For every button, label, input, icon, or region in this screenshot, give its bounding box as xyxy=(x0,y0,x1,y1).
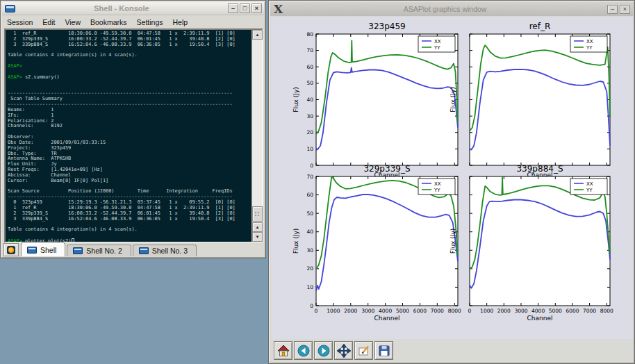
konsole-tabbar: ShellShell No. 2Shell No. 3 xyxy=(2,242,264,256)
x11-icon: X xyxy=(274,3,283,15)
terminal-line xyxy=(8,58,251,64)
terminal-tab-icon xyxy=(73,247,83,254)
terminal-tab-icon xyxy=(27,247,37,254)
y-tick-label: 20 xyxy=(306,265,313,272)
y-tick-label: 60 xyxy=(306,192,313,198)
subplot-title: 329p339_S xyxy=(363,164,410,174)
asaplot-titlebar[interactable]: X ASAPlot graphics window – × xyxy=(270,2,633,16)
x-tick-label: 8000 xyxy=(448,308,461,314)
x-tick-label: 3000 xyxy=(361,308,374,314)
new-session-icon xyxy=(7,246,15,254)
x-tick-label: 5000 xyxy=(396,308,409,314)
x-tick-label: 6000 xyxy=(413,308,427,314)
tab-shell[interactable]: Shell xyxy=(21,242,65,256)
menu-item-view[interactable]: View xyxy=(60,17,85,27)
subplot-ref_R: ref_RChannelFlux (Jy)XXYY xyxy=(450,22,610,179)
x-tick-label: 0 xyxy=(468,308,472,314)
x-tick-label: 6000 xyxy=(566,308,579,314)
terminal-line xyxy=(8,233,251,238)
plot-canvas[interactable]: 01020304050607080323p459ChannelFlux (Jy)… xyxy=(271,17,634,339)
configure-subplots-icon xyxy=(357,344,371,358)
tab-shell-no-3[interactable]: Shell No. 3 xyxy=(133,245,197,256)
subplot-title: 323p459 xyxy=(368,22,405,31)
y-tick-label: 70 xyxy=(306,174,313,180)
x-tick-label: 4000 xyxy=(379,308,392,314)
scroll-up-icon[interactable]: ▲ xyxy=(252,30,263,40)
home-icon xyxy=(277,344,290,358)
back-button[interactable] xyxy=(294,341,313,360)
x-tick-label: 7000 xyxy=(583,308,596,314)
konsole-titlebar[interactable]: Shell - Konsole – □ × xyxy=(2,2,264,15)
new-session-button[interactable] xyxy=(3,243,19,256)
konsole-title: Shell - Konsole xyxy=(15,4,228,13)
terminal-line: Table contains 4 integration(s) in 4 sca… xyxy=(8,53,251,58)
x-tick-label: 7000 xyxy=(431,308,444,314)
axes-frame xyxy=(316,34,458,165)
legend-label: YY xyxy=(586,45,593,51)
y-tick-label: 50 xyxy=(306,210,313,217)
x-tick-label: 3000 xyxy=(514,308,527,314)
close-button[interactable]: × xyxy=(620,5,630,14)
y-tick-label: 50 xyxy=(306,80,313,86)
scroll-up-icon[interactable]: ▲ xyxy=(252,222,263,232)
x-axis-label: Channel xyxy=(374,315,400,322)
terminal-line: ASAP> plotter.plot(s2) xyxy=(8,238,251,242)
y-tick-label: 10 xyxy=(306,284,313,290)
x-tick-label: 5000 xyxy=(549,308,562,314)
subplot-339p884_S: 010002000300040005000600070008000339p884… xyxy=(450,164,613,322)
axes-frame xyxy=(470,176,610,306)
home-button[interactable] xyxy=(274,341,292,360)
subplot-329p339_S: 0100020003000400050006000700080000102030… xyxy=(292,164,461,322)
terminal-panel: 1 ref_R 18:30:06.0 -49.59.30.0 04:47:58 … xyxy=(4,28,263,243)
y-tick-label: 10 xyxy=(306,146,313,152)
x-tick-label: 8000 xyxy=(600,308,613,314)
terminal-line: Cursor: Beam[0] IF[0] Pol[1] xyxy=(8,179,251,184)
maximize-button[interactable]: □ xyxy=(240,3,250,13)
y-tick-label: 20 xyxy=(306,129,313,135)
tab-shell-no-2[interactable]: Shell No. 2 xyxy=(67,245,131,256)
minimize-button[interactable]: – xyxy=(607,5,618,14)
subplot-title: 339p884_S xyxy=(516,164,563,174)
y-axis-label: Flux (Jy) xyxy=(292,87,299,113)
legend-label: YY xyxy=(434,45,440,51)
menu-item-edit[interactable]: Edit xyxy=(38,17,60,27)
terminal-output[interactable]: 1 ref_R 18:30:06.0 -49.59.30.0 04:47:58 … xyxy=(6,30,251,242)
legend: XXYY xyxy=(570,179,607,195)
legend-label: YY xyxy=(434,188,440,193)
y-tick-label: 70 xyxy=(306,47,313,53)
terminal-line: 3 339p884_S 16:52:04.6 -46.08.33.9 06:36… xyxy=(8,42,251,48)
terminal-line: Channels: 8192 xyxy=(8,124,251,129)
plot-toolbar xyxy=(271,339,634,362)
y-tick-label: 40 xyxy=(306,229,313,235)
subplot-323p459: 01020304050607080323p459ChannelFlux (Jy)… xyxy=(292,22,458,179)
save-button[interactable] xyxy=(374,341,393,360)
minimize-button[interactable]: – xyxy=(228,3,238,13)
menu-item-session[interactable]: Session xyxy=(2,17,38,27)
legend-label: XX xyxy=(586,181,593,187)
menu-item-settings[interactable]: Settings xyxy=(132,17,168,27)
x-tick-label: 1000 xyxy=(480,308,493,314)
menu-item-bookmarks[interactable]: Bookmarks xyxy=(85,17,132,27)
x-tick-label: 2000 xyxy=(344,308,357,314)
terminal-tab-icon xyxy=(139,247,149,254)
y-tick-label: 80 xyxy=(306,31,313,38)
back-icon xyxy=(297,344,311,358)
axes-frame xyxy=(316,176,458,306)
axes-frame xyxy=(470,34,610,165)
close-button[interactable]: × xyxy=(251,3,262,13)
y-tick-label: 60 xyxy=(306,64,313,70)
y-tick-label: 40 xyxy=(306,97,313,103)
pan-button[interactable] xyxy=(334,341,353,360)
menu-item-help[interactable]: Help xyxy=(168,17,193,27)
forward-button[interactable] xyxy=(314,341,333,360)
save-icon xyxy=(377,344,391,358)
scroll-down-icon[interactable]: ▼ xyxy=(252,232,263,242)
x-tick-label: 1000 xyxy=(327,308,340,314)
desktop: Shell - Konsole – □ × SessionEditViewBoo… xyxy=(0,0,635,364)
configure-subplots-button[interactable] xyxy=(354,341,373,360)
scrollbar-thumb[interactable] xyxy=(252,206,263,222)
legend-label: YY xyxy=(586,188,593,193)
y-axis-label: Flux (Jy) xyxy=(292,229,299,254)
terminal-scrollbar[interactable]: ▲ ▲ ▼ xyxy=(251,30,262,242)
legend: XXYY xyxy=(418,179,455,195)
